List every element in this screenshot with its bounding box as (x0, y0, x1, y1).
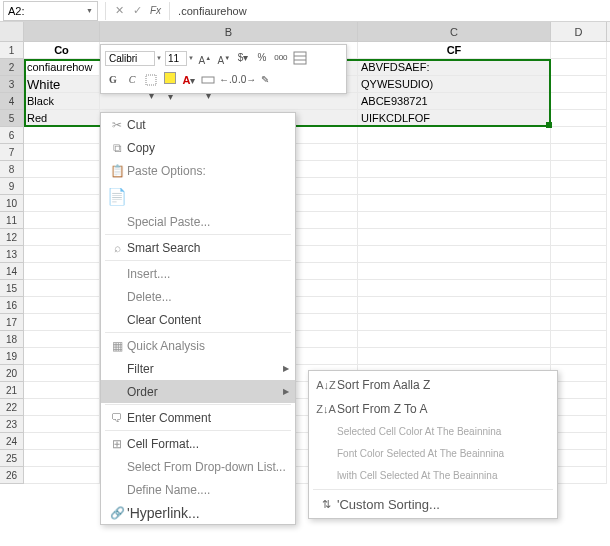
row-header[interactable]: 1 (0, 42, 24, 59)
cell[interactable]: UIFKCDLFOF (358, 110, 551, 127)
cell[interactable] (551, 144, 607, 161)
row-header[interactable]: 7 (0, 144, 24, 161)
cell[interactable]: Red (24, 110, 100, 127)
custom-sort[interactable]: ⇅'Custom Sorting... (309, 492, 557, 516)
cell[interactable] (24, 348, 100, 365)
font-select[interactable]: Calibri (105, 51, 155, 66)
ctx-order[interactable]: Order▶ (101, 380, 295, 403)
cell[interactable] (24, 263, 100, 280)
cell[interactable]: confiaurehow (24, 59, 100, 76)
row-header[interactable]: 10 (0, 195, 24, 212)
row-header[interactable]: 15 (0, 280, 24, 297)
cell[interactable] (24, 331, 100, 348)
chevron-down-icon[interactable]: ▼ (156, 55, 162, 61)
cell[interactable] (551, 297, 607, 314)
cell[interactable] (358, 280, 551, 297)
cell[interactable] (358, 195, 551, 212)
cell[interactable] (551, 59, 607, 76)
row-header[interactable]: 20 (0, 365, 24, 382)
cell[interactable] (358, 297, 551, 314)
cell[interactable] (551, 416, 607, 433)
cell[interactable] (551, 348, 607, 365)
ctx-paste-default[interactable]: 📄 (101, 182, 295, 210)
cell[interactable] (551, 365, 607, 382)
select-all-corner[interactable] (0, 22, 24, 41)
cell[interactable]: Black (24, 93, 100, 110)
cell[interactable] (551, 212, 607, 229)
col-header-a[interactable] (24, 22, 100, 41)
cell[interactable] (551, 450, 607, 467)
ctx-copy[interactable]: ⧉Copy (101, 136, 295, 159)
cell[interactable] (551, 280, 607, 297)
ctx-cut[interactable]: ✂Cut (101, 113, 295, 136)
cell[interactable] (358, 144, 551, 161)
bold-button[interactable]: G (105, 72, 121, 88)
cell[interactable] (24, 161, 100, 178)
format-table-icon[interactable] (292, 50, 308, 66)
cell[interactable] (551, 195, 607, 212)
merge-icon[interactable]: ▾ (200, 72, 216, 88)
cell[interactable] (551, 433, 607, 450)
row-header[interactable]: 21 (0, 382, 24, 399)
decrease-font-icon[interactable]: A▼ (216, 50, 232, 66)
row-header[interactable]: 5 (0, 110, 24, 127)
row-header[interactable]: 8 (0, 161, 24, 178)
sort-cell-color[interactable]: Selected Cell Color At The Beainnina (309, 421, 557, 443)
cell[interactable] (24, 467, 100, 484)
cell[interactable] (551, 76, 607, 93)
col-header-c[interactable]: C (358, 22, 551, 41)
cell[interactable] (358, 331, 551, 348)
cell[interactable] (24, 450, 100, 467)
fill-color-icon[interactable]: ▾ (162, 72, 178, 88)
col-header-b[interactable]: B (100, 22, 358, 41)
cell[interactable] (24, 144, 100, 161)
cell[interactable] (551, 93, 607, 110)
row-header[interactable]: 26 (0, 467, 24, 484)
comma-icon[interactable]: 000 (273, 50, 289, 66)
cell[interactable] (358, 314, 551, 331)
row-header[interactable]: 18 (0, 331, 24, 348)
row-header[interactable]: 17 (0, 314, 24, 331)
row-header[interactable]: 13 (0, 246, 24, 263)
cell[interactable]: Co (24, 42, 100, 59)
cell[interactable] (24, 246, 100, 263)
cell[interactable] (551, 110, 607, 127)
fx-icon[interactable]: Fx (150, 5, 161, 16)
ctx-define-name[interactable]: Define Name.... (101, 478, 295, 501)
sort-az[interactable]: A↓ZSort From Aalla Z (309, 373, 557, 397)
row-header[interactable]: 12 (0, 229, 24, 246)
ctx-smart-search[interactable]: ⌕Smart Search (101, 236, 295, 259)
row-header[interactable]: 4 (0, 93, 24, 110)
increase-font-icon[interactable]: A▲ (197, 50, 213, 66)
cell[interactable] (358, 229, 551, 246)
check-icon[interactable]: ✓ (128, 4, 146, 17)
cell[interactable] (24, 212, 100, 229)
row-header[interactable]: 14 (0, 263, 24, 280)
row-header[interactable]: 2 (0, 59, 24, 76)
increase-decimal-icon[interactable]: .0→ (238, 72, 254, 88)
cell[interactable] (24, 195, 100, 212)
row-header[interactable]: 9 (0, 178, 24, 195)
cell[interactable] (551, 161, 607, 178)
cell[interactable] (24, 399, 100, 416)
cell[interactable]: White (24, 76, 100, 93)
cell[interactable] (358, 348, 551, 365)
col-header-d[interactable]: D (551, 22, 607, 41)
sort-za[interactable]: Z↓ASort From Z To A (309, 397, 557, 421)
font-size-select[interactable]: 11 (165, 51, 187, 66)
chevron-down-icon[interactable]: ▼ (188, 55, 194, 61)
cell[interactable] (24, 297, 100, 314)
row-header[interactable]: 6 (0, 127, 24, 144)
sort-icon-selected[interactable]: lwith Cell Selected At The Beainnina (309, 465, 557, 487)
accounting-format-icon[interactable]: $▾ (235, 50, 251, 66)
italic-button[interactable]: C (124, 72, 140, 88)
cell[interactable] (358, 212, 551, 229)
ctx-quick-analysis[interactable]: ▦Quick Analysis (101, 334, 295, 357)
cell[interactable] (24, 280, 100, 297)
cell[interactable] (24, 314, 100, 331)
cell[interactable] (358, 178, 551, 195)
cell[interactable]: QYWESUDIO) (358, 76, 551, 93)
ctx-hyperlink[interactable]: 🔗'Hyperlink... (101, 501, 295, 524)
row-header[interactable]: 16 (0, 297, 24, 314)
sort-font-color[interactable]: Font Color Selected At The Beainnina (309, 443, 557, 465)
